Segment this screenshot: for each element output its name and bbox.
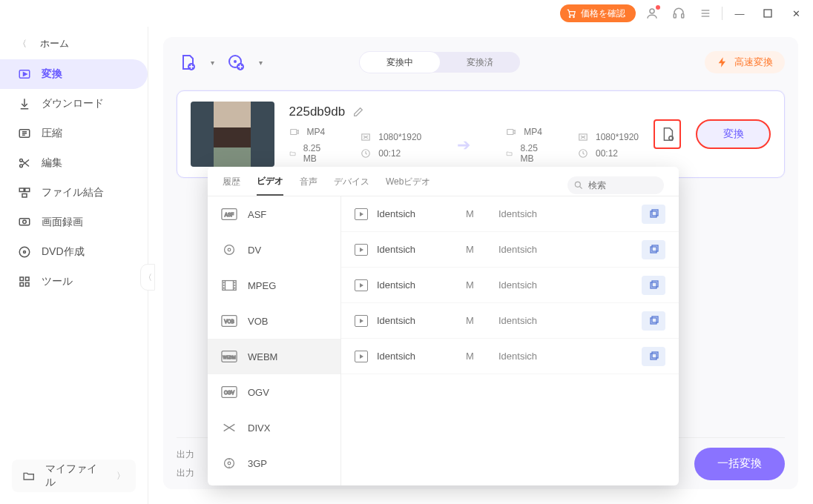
fast-convert-button[interactable]: 高速変換	[705, 51, 785, 73]
source-meta: MP4 8.25 MB	[289, 127, 326, 164]
dst-format: MP4	[524, 127, 542, 137]
batch-convert-button[interactable]: 一括変換	[694, 448, 785, 480]
format-3gp[interactable]: 3GP	[208, 445, 340, 481]
nav-compress[interactable]: 圧縮	[0, 119, 148, 148]
nav-download[interactable]: ダウンロード	[0, 89, 148, 119]
copy-icon	[648, 244, 659, 256]
svg-point-49	[234, 288, 235, 288]
popup-tab-history[interactable]: 履歴	[223, 176, 240, 195]
preset-settings-button[interactable]	[642, 205, 665, 224]
format-icon: OGV	[221, 385, 237, 399]
format-asf[interactable]: ASFASF	[208, 196, 340, 232]
nav-record[interactable]: 画面録画	[0, 208, 148, 237]
popup-tab-audio[interactable]: 音声	[300, 176, 317, 195]
preset-settings-button[interactable]	[642, 276, 665, 295]
resolution-icon	[361, 132, 371, 142]
nav-tools[interactable]: ツール	[0, 267, 148, 296]
convert-button[interactable]: 変換	[696, 119, 771, 149]
src-size: 8.25 MB	[303, 143, 325, 164]
menu-icon[interactable]	[695, 3, 716, 24]
titlebar: 価格を確認 — ✕	[0, 0, 813, 27]
format-dv[interactable]: DV	[208, 232, 340, 268]
file-card: 225db9db MP4 8.25 MB 1080*1920 00:12 ➔ M…	[177, 90, 785, 178]
maximize-button[interactable]	[757, 3, 779, 24]
svg-point-48	[234, 285, 235, 286]
svg-rect-24	[26, 283, 30, 287]
preset-desc: Identsich	[498, 208, 627, 219]
preset-row[interactable]: Identsich M Identsich	[341, 232, 679, 268]
format-ogv[interactable]: OGVOGV	[208, 374, 340, 410]
svg-point-19	[19, 247, 30, 257]
preset-name: Identsich	[377, 315, 415, 326]
svg-point-20	[24, 251, 26, 253]
minimize-button[interactable]: —	[728, 3, 751, 24]
sidebar: 〈 ホーム 変換 ダウンロード 圧縮 編集 ファイル結合 画面録画	[0, 27, 148, 504]
preset-row[interactable]: Identsich M Identsich	[341, 196, 679, 232]
video-thumbnail[interactable]	[191, 102, 274, 167]
home-link[interactable]: 〈 ホーム	[0, 31, 148, 56]
popup-tab-webvideo[interactable]: Webビデオ	[386, 176, 430, 195]
lightning-icon	[717, 56, 728, 68]
svg-text:VOB: VOB	[224, 319, 234, 324]
chevron-down-icon[interactable]: ▾	[259, 59, 263, 67]
headset-icon[interactable]	[668, 3, 689, 24]
resolution-icon	[578, 132, 588, 142]
format-vob[interactable]: VOBVOB	[208, 303, 340, 339]
file-settings-button[interactable]	[654, 119, 681, 149]
close-button[interactable]: ✕	[785, 3, 807, 24]
preset-settings-button[interactable]	[642, 240, 665, 259]
video-icon	[289, 127, 300, 137]
svg-rect-64	[651, 318, 656, 324]
format-label: DV	[248, 245, 261, 256]
add-file-button[interactable]	[177, 51, 199, 73]
preset-settings-button[interactable]	[642, 347, 665, 366]
popup-tab-video[interactable]: ビデオ	[257, 175, 283, 196]
home-label: ホーム	[40, 37, 69, 50]
tab-converted[interactable]: 変換済	[440, 52, 520, 73]
play-icon	[355, 315, 368, 327]
preset-mid: M	[466, 351, 484, 362]
dst-size: 8.25 MB	[520, 143, 542, 164]
svg-point-39	[225, 245, 234, 255]
user-icon[interactable]	[642, 3, 662, 24]
cart-icon	[566, 8, 576, 19]
check-price-button[interactable]: 価格を確認	[560, 4, 636, 22]
search-icon	[573, 180, 584, 190]
myfiles-button[interactable]: マイファイル 〉	[12, 460, 136, 492]
copy-icon	[648, 315, 659, 327]
format-icon: VOB	[221, 314, 237, 328]
preset-settings-button[interactable]	[642, 311, 665, 331]
nav-label: 画面録画	[42, 216, 83, 229]
format-mpeg[interactable]: MPEG	[208, 268, 340, 303]
format-list[interactable]: ASFASF DV MPEG VOBVOB WEBMWEBM OGVOGV DI…	[208, 196, 341, 485]
nav-edit[interactable]: 編集	[0, 148, 148, 178]
preset-desc: Identsich	[498, 279, 627, 291]
popup-tabs: 履歴 ビデオ 音声 デバイス Webビデオ	[208, 167, 679, 196]
format-webm[interactable]: WEBMWEBM	[208, 339, 340, 374]
preset-row[interactable]: Identsich M Identsich	[341, 268, 679, 303]
compress-icon	[18, 127, 31, 140]
nav-merge[interactable]: ファイル結合	[0, 178, 148, 208]
preset-name: Identsich	[377, 351, 415, 362]
popup-tab-device[interactable]: デバイス	[334, 176, 369, 195]
svg-rect-14	[19, 188, 24, 192]
nav-dvd[interactable]: DVD作成	[0, 237, 148, 267]
format-icon	[221, 421, 237, 434]
preset-desc: Identsich	[498, 351, 627, 362]
play-icon	[355, 279, 368, 291]
nav-convert[interactable]: 変換	[0, 59, 148, 89]
check-price-label: 価格を確認	[581, 7, 625, 20]
preset-row[interactable]: Identsich M Identsich	[341, 303, 679, 339]
preset-desc: Identsich	[498, 244, 627, 255]
format-label: 3GP	[248, 458, 267, 469]
tab-converting[interactable]: 変換中	[360, 52, 440, 73]
format-label: DIVX	[248, 422, 270, 434]
rename-icon[interactable]	[352, 106, 364, 118]
add-disc-button[interactable]	[225, 51, 247, 73]
sidebar-collapse-handle[interactable]: 〈	[140, 264, 155, 291]
preset-rows: Identsich M Identsich Identsich M Idents…	[341, 196, 679, 485]
format-divx[interactable]: DIVX	[208, 410, 340, 445]
chevron-down-icon[interactable]: ▾	[211, 59, 214, 67]
nav-label: ファイル結合	[42, 186, 104, 199]
preset-row[interactable]: Identsich M Identsich	[341, 339, 679, 374]
